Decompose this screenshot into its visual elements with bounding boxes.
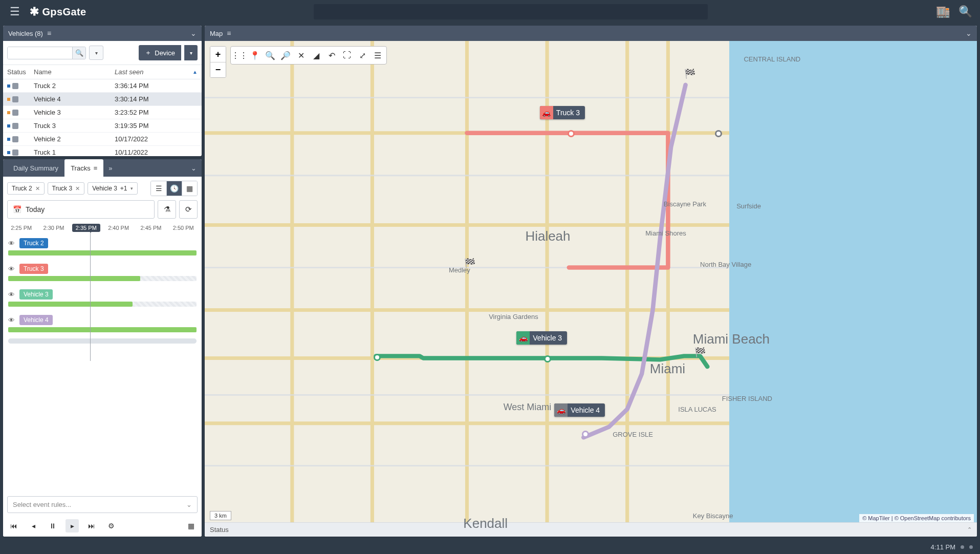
vehicle-row[interactable]: Vehicle 4 3:30:14 PM [3, 93, 202, 106]
tabs-more-button[interactable]: » [103, 159, 117, 177]
track-badge[interactable]: Vehicle 3 [19, 289, 53, 300]
track-badge[interactable]: Truck 3 [19, 264, 48, 274]
tool-erase-icon[interactable]: ◢ [310, 49, 323, 62]
col-status[interactable]: Status [7, 68, 34, 76]
vehicle-marker[interactable]: 🚗Truck 3 [540, 106, 585, 119]
track-chip[interactable]: Truck 3 ✕ [48, 182, 85, 195]
tracks-collapse-icon[interactable]: ⌄ [186, 159, 202, 177]
status-cell [7, 110, 34, 116]
track-point[interactable] [582, 431, 589, 438]
search-icon[interactable]: 🔍 [957, 4, 973, 19]
track-visibility-icon[interactable]: 👁 [8, 291, 16, 299]
tab-daily-summary[interactable]: Daily Summary [7, 159, 64, 177]
status-dot-icon [7, 98, 10, 101]
app-topbar: ☰ ✱ GpsGate 🏬 🔍 [0, 0, 980, 24]
skip-end-icon[interactable]: ⏭ [85, 519, 98, 532]
tool-fullscreen-icon[interactable]: ⤢ [356, 49, 369, 62]
event-rules-placeholder: Select event rules... [13, 501, 71, 508]
vehicle-row[interactable]: Vehicle 2 10/17/2022 [3, 133, 202, 146]
map-city-label: Kendall [463, 516, 508, 531]
chip-dropdown-icon[interactable]: ▾ [130, 186, 133, 191]
map-title: Map [210, 30, 223, 37]
track-chip[interactable]: Vehicle 3 +1 ▾ [88, 182, 137, 195]
vehicle-row[interactable]: Vehicle 3 3:23:52 PM [3, 106, 202, 119]
zoom-in-button[interactable]: + [210, 47, 226, 62]
panel-options-icon[interactable]: ≡ [47, 29, 51, 37]
vehicle-search-button[interactable]: 🔍 [72, 47, 85, 59]
step-forward-icon[interactable]: ▸ [66, 519, 79, 532]
timeline-scrollbar[interactable] [8, 338, 197, 344]
timeline-track: 👁 Vehicle 3 [3, 287, 202, 307]
track-bar[interactable] [8, 302, 197, 307]
timeline-scrollbar-thumb[interactable] [8, 338, 197, 344]
collapse-icon[interactable]: ⌄ [190, 29, 197, 37]
add-device-dropdown[interactable]: ▾ [184, 45, 198, 60]
col-last-seen[interactable]: Last seen ▲ [115, 68, 198, 76]
refresh-button[interactable]: ⟳ [179, 200, 198, 219]
vehicle-marker[interactable]: 🚗Vehicle 4 [554, 403, 605, 417]
vehicle-row[interactable]: Truck 3 3:19:35 PM [3, 119, 202, 133]
vehicle-marker[interactable]: 🚗Vehicle 3 [516, 331, 567, 345]
view-list-icon[interactable]: ☰ [151, 181, 166, 196]
time-tick: 2:35 PM [70, 225, 102, 231]
vehicles-toolbar: 🔍 ▾ ＋ Device ▾ [3, 41, 202, 65]
track-badge[interactable]: Truck 2 [19, 238, 48, 248]
track-point[interactable] [715, 130, 722, 137]
chip-close-icon[interactable]: ✕ [75, 185, 80, 192]
chip-label: Vehicle 3 [92, 185, 117, 192]
skip-start-icon[interactable]: ⏮ [7, 519, 20, 532]
event-rules-select[interactable]: Select event rules... ⌄ [7, 496, 198, 513]
playback-table-icon[interactable]: ▦ [184, 519, 198, 532]
footer-indicator-2 [969, 545, 973, 549]
tool-fit-icon[interactable]: ✕ [294, 49, 308, 62]
vehicle-search-input[interactable] [8, 47, 72, 59]
checkered-flag-icon: 🏁 [694, 347, 706, 358]
map-panel: Map ≡ ⌄ [205, 26, 977, 537]
map-canvas[interactable]: + − ⋮⋮ 📍 🔍 🔎 ✕ ◢ ↶ ⛶ ⤢ ☰ HialeahMiamiMia… [205, 41, 977, 537]
pause-icon[interactable]: ⏸ [46, 519, 59, 532]
vehicle-filter-dropdown[interactable]: ▾ [89, 46, 103, 60]
tool-search-icon[interactable]: 🔍 [264, 49, 277, 62]
map-city-label: Miami Shores [645, 229, 686, 237]
vehicle-row[interactable]: Truck 2 3:36:14 PM [3, 79, 202, 93]
map-city-label: West Miami [504, 402, 552, 413]
vehicle-name: Vehicle 3 [34, 109, 115, 116]
view-grid-icon[interactable]: ▦ [182, 181, 197, 196]
track-visibility-icon[interactable]: 👁 [8, 316, 16, 324]
add-device-button[interactable]: ＋ Device [139, 45, 181, 60]
track-bar[interactable] [8, 276, 197, 281]
map-collapse-icon[interactable]: ⌄ [966, 29, 972, 37]
playback-settings-icon[interactable]: ⚙ [104, 519, 118, 532]
map-status-strip: Status ⌃ [205, 522, 977, 537]
topbar-placeholder [314, 4, 708, 19]
vehicle-row[interactable]: Truck 1 10/11/2022 [3, 146, 202, 156]
tool-select-icon[interactable]: ⛶ [340, 49, 354, 62]
chip-close-icon[interactable]: ✕ [35, 185, 40, 192]
step-back-icon[interactable]: ◂ [27, 519, 40, 532]
track-visibility-icon[interactable]: 👁 [8, 240, 16, 247]
date-picker[interactable]: 📅 Today [7, 200, 155, 219]
track-badge[interactable]: Vehicle 4 [19, 315, 53, 325]
tab-options-icon[interactable]: ≡ [94, 164, 98, 172]
menu-icon[interactable]: ☰ [7, 4, 23, 19]
tool-zoom-out-icon[interactable]: 🔎 [279, 49, 292, 62]
tool-undo-icon[interactable]: ↶ [325, 49, 338, 62]
map-options-icon[interactable]: ≡ [227, 29, 231, 37]
vehicle-name: Truck 2 [34, 82, 115, 90]
map-city-label: Key Biscayne [693, 512, 733, 520]
zoom-out-button[interactable]: − [210, 62, 226, 77]
store-icon[interactable]: 🏬 [935, 4, 950, 19]
track-bar[interactable] [8, 250, 197, 255]
tool-layers-icon[interactable]: ☰ [371, 49, 384, 62]
track-visibility-icon[interactable]: 👁 [8, 265, 16, 273]
tab-tracks[interactable]: Tracks ≡ [64, 159, 103, 177]
status-expand-icon[interactable]: ⌃ [967, 526, 972, 533]
track-chip[interactable]: Truck 2 ✕ [7, 182, 45, 195]
tool-grid-icon[interactable]: ⋮⋮ [233, 49, 246, 62]
tool-marker-icon[interactable]: 📍 [248, 49, 262, 62]
playhead[interactable] [90, 233, 91, 361]
col-name[interactable]: Name [34, 68, 115, 76]
filter-button[interactable]: ⚗ [158, 200, 176, 219]
track-bar[interactable] [8, 327, 197, 332]
view-timeline-icon[interactable]: 🕓 [166, 181, 182, 196]
